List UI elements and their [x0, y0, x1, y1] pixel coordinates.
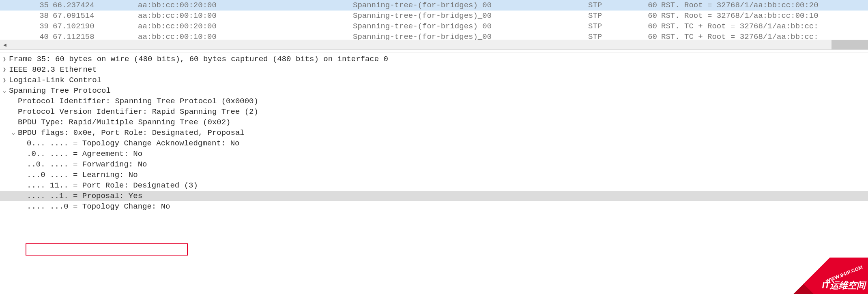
- col-time: 67.112158: [49, 32, 134, 40]
- tree-label: 0... .... = Topology Change Acknowledgme…: [27, 138, 240, 149]
- col-no: 35: [8, 0, 49, 11]
- tree-label: ..0. .... = Forwarding: No: [27, 159, 147, 170]
- col-length: 60: [637, 0, 657, 11]
- chevron-right-icon[interactable]: ❯: [0, 64, 9, 75]
- tree-llc[interactable]: ❯ Logical-Link Control: [0, 75, 868, 85]
- col-info: RST. TC + Root = 32768/1/aa:bb:cc:: [657, 32, 868, 40]
- tree-frame[interactable]: ❯ Frame 35: 60 bytes on wire (480 bits),…: [0, 54, 868, 64]
- col-info: RST. Root = 32768/1/aa:bb:cc:00:10: [657, 11, 868, 21]
- pane-splitter[interactable]: [0, 50, 868, 53]
- chevron-down-icon[interactable]: ⌄: [0, 85, 9, 96]
- tree-label: ...0 .... = Learning: No: [27, 170, 138, 180]
- tree-label: IEEE 802.3 Ethernet: [9, 64, 97, 75]
- col-no: 39: [8, 21, 49, 32]
- col-length: 60: [637, 21, 657, 32]
- tree-flag-forwarding[interactable]: ..0. .... = Forwarding: No: [0, 159, 868, 170]
- col-source: aa:bb:cc:00:10:00: [134, 11, 349, 21]
- chevron-down-icon[interactable]: ⌄: [9, 128, 18, 138]
- col-length: 60: [637, 11, 657, 21]
- col-source: aa:bb:cc:00:20:00: [134, 0, 349, 11]
- col-length: 60: [637, 32, 657, 40]
- tree-label: .0.. .... = Agreement: No: [27, 149, 142, 159]
- tree-stp-protover[interactable]: Protocol Version Identifier: Rapid Spann…: [0, 107, 868, 117]
- packet-row[interactable]: 38 67.091514 aa:bb:cc:00:10:00 Spanning-…: [0, 11, 868, 21]
- col-destination: Spanning-tree-(for-bridges)_00: [349, 21, 584, 32]
- tree-ethernet[interactable]: ❯ IEEE 802.3 Ethernet: [0, 64, 868, 75]
- tree-flag-agreement[interactable]: .0.. .... = Agreement: No: [0, 149, 868, 159]
- tree-stp-protoid[interactable]: Protocol Identifier: Spanning Tree Proto…: [0, 96, 868, 107]
- col-time: 67.102190: [49, 21, 134, 32]
- col-time: 66.237424: [49, 0, 134, 11]
- scroll-left-icon[interactable]: ◀: [0, 40, 10, 49]
- tree-flag-tc[interactable]: .... ...0 = Topology Change: No: [0, 201, 868, 212]
- chevron-right-icon[interactable]: ❯: [0, 54, 9, 64]
- tree-label: BPDU flags: 0x0e, Port Role: Designated,…: [18, 128, 245, 138]
- tree-flag-learning[interactable]: ...0 .... = Learning: No: [0, 170, 868, 180]
- col-destination: Spanning-tree-(for-bridges)_00: [349, 0, 584, 11]
- col-protocol: STP: [584, 0, 637, 11]
- chevron-right-icon[interactable]: ❯: [0, 75, 9, 85]
- tree-flag-portrole[interactable]: .... 11.. = Port Role: Designated (3): [0, 180, 868, 191]
- tree-stp-bpdutype[interactable]: BPDU Type: Rapid/Multiple Spanning Tree …: [0, 117, 868, 128]
- packet-details-pane[interactable]: ❯ Frame 35: 60 bytes on wire (480 bits),…: [0, 53, 868, 292]
- tree-label: .... 11.. = Port Role: Designated (3): [27, 180, 198, 191]
- tree-stp[interactable]: ⌄ Spanning Tree Protocol: [0, 85, 868, 96]
- tree-label: .... ...0 = Topology Change: No: [27, 201, 170, 212]
- tree-label: BPDU Type: Rapid/Multiple Spanning Tree …: [18, 117, 231, 128]
- horizontal-scrollbar[interactable]: ◀: [0, 40, 868, 50]
- tree-label: Protocol Identifier: Spanning Tree Proto…: [18, 96, 258, 107]
- tree-stp-flags[interactable]: ⌄ BPDU flags: 0x0e, Port Role: Designate…: [0, 128, 868, 138]
- col-protocol: STP: [584, 32, 637, 40]
- tree-label: Frame 35: 60 bytes on wire (480 bits), 6…: [9, 54, 388, 64]
- col-source: aa:bb:cc:00:10:00: [134, 32, 349, 40]
- tree-label: Protocol Version Identifier: Rapid Spann…: [18, 107, 258, 117]
- col-destination: Spanning-tree-(for-bridges)_00: [349, 32, 584, 40]
- col-no: 38: [8, 11, 49, 21]
- col-source: aa:bb:cc:00:20:00: [134, 21, 349, 32]
- col-info: RST. Root = 32768/1/aa:bb:cc:00:20: [657, 0, 868, 11]
- tree-label: .... ..1. = Proposal: Yes: [27, 191, 142, 201]
- col-no: 40: [8, 32, 49, 40]
- annotation-box: [26, 243, 188, 256]
- col-time: 67.091514: [49, 11, 134, 21]
- tree-label: Spanning Tree Protocol: [9, 85, 111, 96]
- packet-row[interactable]: 39 67.102190 aa:bb:cc:00:20:00 Spanning-…: [0, 21, 868, 32]
- packet-row[interactable]: 40 67.112158 aa:bb:cc:00:10:00 Spanning-…: [0, 32, 868, 40]
- col-info: RST. TC + Root = 32768/1/aa:bb:cc:: [657, 21, 868, 32]
- tree-label: Logical-Link Control: [9, 75, 101, 85]
- col-protocol: STP: [584, 21, 637, 32]
- packet-list[interactable]: 35 66.237424 aa:bb:cc:00:20:00 Spanning-…: [0, 0, 868, 40]
- tree-flag-tca[interactable]: 0... .... = Topology Change Acknowledgme…: [0, 138, 868, 149]
- packet-row[interactable]: 35 66.237424 aa:bb:cc:00:20:00 Spanning-…: [0, 0, 868, 11]
- col-destination: Spanning-tree-(for-bridges)_00: [349, 11, 584, 21]
- scroll-thumb[interactable]: [831, 40, 868, 49]
- col-protocol: STP: [584, 11, 637, 21]
- tree-flag-proposal[interactable]: .... ..1. = Proposal: Yes: [0, 191, 868, 201]
